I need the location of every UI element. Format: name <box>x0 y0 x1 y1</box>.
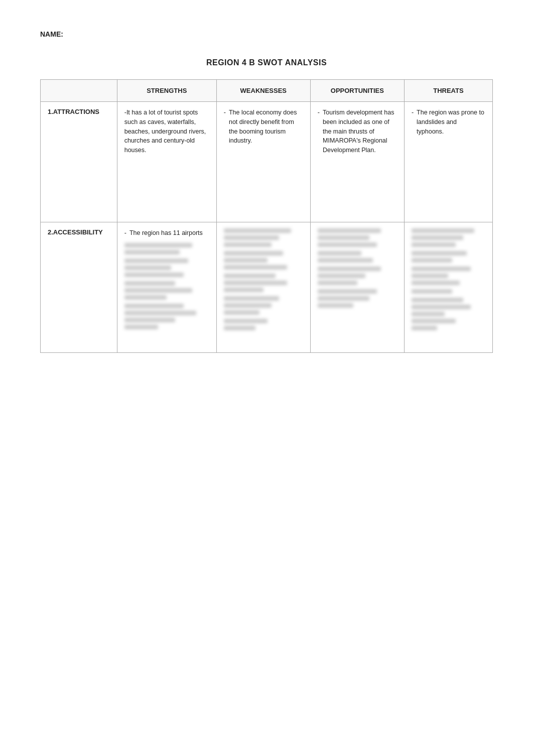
dash-icon: - <box>224 108 226 117</box>
accessibility-strengths-text: - The region has 11 airports <box>124 228 209 329</box>
row-label-accessibility: 2.ACCESSIBILITY <box>41 222 117 353</box>
col-empty <box>41 80 117 102</box>
col-weaknesses-header: WEAKNESSES <box>216 80 310 102</box>
col-threats-header: THREATS <box>404 80 492 102</box>
accessibility-threats-blurred <box>412 228 485 330</box>
attractions-weaknesses-text: - The local economy does not directly be… <box>224 108 303 146</box>
attractions-threats-text: - The region was prone to landslides and… <box>412 108 485 136</box>
accessibility-weaknesses-blurred <box>224 228 303 330</box>
row-label-attractions: 1.ATTRACTIONS <box>41 102 117 222</box>
dash-icon: - <box>318 108 320 117</box>
attractions-strengths-text: -It has a lot of tourist spots such as c… <box>124 108 209 155</box>
attractions-opportunities-text: - Tourism development has been included … <box>318 108 397 155</box>
cell-accessibility-opportunities <box>310 222 404 353</box>
cell-attractions-opportunities: - Tourism development has been included … <box>310 102 404 222</box>
table-row-accessibility: 2.ACCESSIBILITY - The region has 11 airp… <box>41 222 493 353</box>
col-opportunities-header: OPPORTUNITIES <box>310 80 404 102</box>
cell-attractions-weaknesses: - The local economy does not directly be… <box>216 102 310 222</box>
cell-attractions-threats: - The region was prone to landslides and… <box>404 102 492 222</box>
accessibility-opportunities-blurred <box>318 228 397 308</box>
cell-accessibility-strengths: - The region has 11 airports <box>117 222 216 353</box>
swot-table: STRENGTHS WEAKNESSES OPPORTUNITIES THREA… <box>40 79 493 353</box>
name-label: NAME: <box>40 30 493 38</box>
table-row-attractions: 1.ATTRACTIONS -It has a lot of tourist s… <box>41 102 493 222</box>
cell-accessibility-weaknesses <box>216 222 310 353</box>
cell-attractions-strengths: -It has a lot of tourist spots such as c… <box>117 102 216 222</box>
page-title: REGION 4 B SWOT ANALYSIS <box>40 58 493 67</box>
cell-accessibility-threats <box>404 222 492 353</box>
dash-icon: - <box>124 228 126 238</box>
col-strengths-header: STRENGTHS <box>117 80 216 102</box>
dash-icon: - <box>412 108 414 117</box>
